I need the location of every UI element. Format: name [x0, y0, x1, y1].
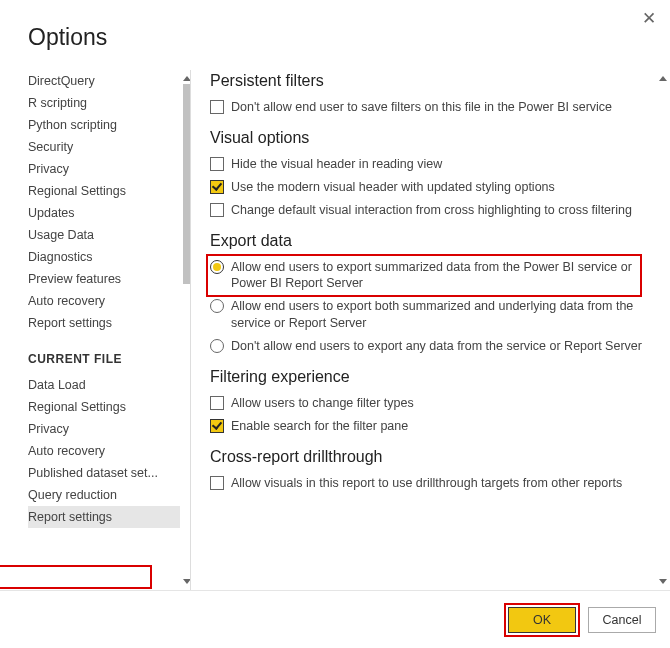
- sidebar-item[interactable]: Updates: [28, 202, 180, 224]
- option-label: Allow end users to export summarized dat…: [231, 259, 642, 293]
- radio-control[interactable]: [210, 339, 224, 353]
- checkbox-control[interactable]: [210, 180, 224, 194]
- sidebar-item[interactable]: Query reduction: [28, 484, 180, 506]
- option-row[interactable]: Allow visuals in this report to use dril…: [210, 472, 642, 495]
- option-label: Allow end users to export both summarize…: [231, 298, 642, 332]
- option-label: Change default visual interaction from c…: [231, 202, 642, 219]
- sidebar-item[interactable]: Auto recovery: [28, 440, 180, 462]
- sidebar-item[interactable]: DirectQuery: [28, 70, 180, 92]
- sidebar-item[interactable]: Security: [28, 136, 180, 158]
- option-row[interactable]: Allow end users to export summarized dat…: [210, 256, 642, 296]
- sidebar-item[interactable]: Regional Settings: [28, 396, 180, 418]
- option-row[interactable]: Don't allow end users to export any data…: [210, 335, 642, 358]
- sidebar-item[interactable]: Auto recovery: [28, 290, 180, 312]
- sidebar: DirectQueryR scriptingPython scriptingSe…: [0, 70, 190, 590]
- cancel-button[interactable]: Cancel: [588, 607, 656, 633]
- close-icon[interactable]: ✕: [642, 8, 656, 29]
- checkbox-control[interactable]: [210, 396, 224, 410]
- option-label: Allow visuals in this report to use dril…: [231, 475, 642, 492]
- sidebar-item[interactable]: Privacy: [28, 418, 180, 440]
- checkbox-control[interactable]: [210, 157, 224, 171]
- annotation-box: OK: [504, 603, 580, 637]
- sidebar-item[interactable]: Data Load: [28, 374, 180, 396]
- sidebar-item[interactable]: Preview features: [28, 268, 180, 290]
- option-row[interactable]: Enable search for the filter pane: [210, 415, 642, 438]
- sidebar-item[interactable]: Python scripting: [28, 114, 180, 136]
- sidebar-item[interactable]: Usage Data: [28, 224, 180, 246]
- sidebar-item[interactable]: Regional Settings: [28, 180, 180, 202]
- ok-button[interactable]: OK: [508, 607, 576, 633]
- option-row[interactable]: Hide the visual header in reading view: [210, 153, 642, 176]
- section-title: Filtering experience: [210, 368, 642, 386]
- option-label: Use the modern visual header with update…: [231, 179, 642, 196]
- option-row[interactable]: Use the modern visual header with update…: [210, 176, 642, 199]
- sidebar-item[interactable]: Report settings: [28, 506, 180, 528]
- sidebar-item[interactable]: Report settings: [28, 312, 180, 334]
- radio-control[interactable]: [210, 260, 224, 274]
- section-title: Export data: [210, 232, 642, 250]
- option-label: Don't allow end users to export any data…: [231, 338, 642, 355]
- option-row[interactable]: Don't allow end user to save filters on …: [210, 96, 642, 119]
- option-row[interactable]: Change default visual interaction from c…: [210, 199, 642, 222]
- option-label: Don't allow end user to save filters on …: [231, 99, 642, 116]
- checkbox-control[interactable]: [210, 203, 224, 217]
- checkbox-control[interactable]: [210, 476, 224, 490]
- sidebar-item[interactable]: R scripting: [28, 92, 180, 114]
- checkbox-control[interactable]: [210, 100, 224, 114]
- option-label: Hide the visual header in reading view: [231, 156, 642, 173]
- scroll-down-icon[interactable]: [659, 579, 667, 584]
- content-scrollbar[interactable]: [659, 74, 666, 586]
- scroll-up-icon[interactable]: [659, 76, 667, 81]
- dialog-title: Options: [0, 0, 670, 51]
- sidebar-scrollbar[interactable]: [183, 74, 190, 586]
- section-title: Cross-report drillthrough: [210, 448, 642, 466]
- option-row[interactable]: Allow users to change filter types: [210, 392, 642, 415]
- option-label: Enable search for the filter pane: [231, 418, 642, 435]
- section-title: Persistent filters: [210, 72, 642, 90]
- option-label: Allow users to change filter types: [231, 395, 642, 412]
- content-pane: Persistent filtersDon't allow end user t…: [190, 70, 670, 590]
- sidebar-item[interactable]: Diagnostics: [28, 246, 180, 268]
- sidebar-item[interactable]: Privacy: [28, 158, 180, 180]
- dialog-body: DirectQueryR scriptingPython scriptingSe…: [0, 70, 670, 590]
- sidebar-section-header: CURRENT FILE: [28, 352, 180, 366]
- checkbox-control[interactable]: [210, 419, 224, 433]
- scroll-thumb[interactable]: [183, 84, 190, 284]
- sidebar-item[interactable]: Published dataset set...: [28, 462, 180, 484]
- dialog-footer: OK Cancel: [0, 590, 670, 648]
- option-row[interactable]: Allow end users to export both summarize…: [210, 295, 642, 335]
- section-title: Visual options: [210, 129, 642, 147]
- radio-control[interactable]: [210, 299, 224, 313]
